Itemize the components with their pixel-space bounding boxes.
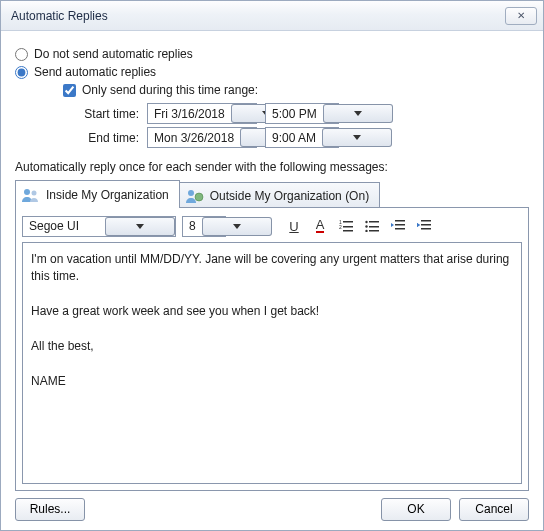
svg-point-2 — [188, 190, 194, 196]
chevron-down-icon — [105, 217, 175, 236]
bullet-list-icon — [365, 220, 379, 232]
start-time-combo[interactable]: 5:00 PM — [265, 103, 339, 124]
format-toolbar: Segoe UI 8 B I U A 1 2 — [22, 214, 522, 238]
only-send-label[interactable]: Only send during this time range: — [82, 83, 258, 97]
dialog-body: Do not send automatic replies Send autom… — [1, 31, 543, 491]
automatic-replies-dialog: Automatic Replies ✕ Do not send automati… — [0, 0, 544, 531]
indent-icon — [417, 220, 431, 232]
people-icon — [22, 187, 40, 203]
svg-point-13 — [365, 230, 367, 232]
close-icon: ✕ — [517, 10, 525, 21]
tab-panel: Segoe UI 8 B I U A 1 2 — [15, 207, 529, 491]
underline-button[interactable]: U — [284, 216, 304, 236]
end-time-value: 9:00 AM — [266, 131, 322, 145]
end-time-label: End time: — [63, 131, 147, 145]
tab-inside-label: Inside My Organization — [46, 188, 169, 202]
svg-rect-12 — [369, 226, 379, 228]
cancel-button[interactable]: Cancel — [459, 498, 529, 521]
only-send-checkbox[interactable] — [63, 84, 76, 97]
ok-label: OK — [407, 502, 424, 516]
message-editor[interactable]: I'm on vacation until MM/DD/YY. Jane wil… — [22, 242, 522, 484]
svg-rect-7 — [343, 226, 353, 228]
svg-rect-8 — [343, 230, 353, 232]
underline-icon: U — [289, 219, 298, 234]
bullet-list-button[interactable] — [362, 216, 382, 236]
start-time-value: 5:00 PM — [266, 107, 323, 121]
rules-label: Rules... — [30, 502, 71, 516]
tab-outside-label: Outside My Organization (On) — [210, 189, 369, 203]
svg-rect-10 — [369, 221, 379, 223]
chevron-down-icon — [322, 128, 392, 147]
ok-button[interactable]: OK — [381, 498, 451, 521]
tab-strip: Inside My Organization Outside My Organi… — [15, 180, 529, 208]
window-title: Automatic Replies — [11, 9, 505, 23]
tab-outside-org[interactable]: Outside My Organization (On) — [179, 182, 380, 208]
svg-rect-18 — [421, 220, 431, 222]
start-time-label: Start time: — [63, 107, 147, 121]
cancel-label: Cancel — [475, 502, 512, 516]
svg-point-1 — [32, 190, 37, 195]
end-time-combo[interactable]: 9:00 AM — [265, 127, 339, 148]
svg-point-3 — [195, 193, 203, 201]
font-name-value: Segoe UI — [23, 219, 85, 233]
font-color-button[interactable]: A — [310, 216, 330, 236]
increase-indent-button[interactable] — [414, 216, 434, 236]
titlebar: Automatic Replies ✕ — [1, 1, 543, 31]
end-date-combo[interactable]: Mon 3/26/2018 — [147, 127, 257, 148]
close-button[interactable]: ✕ — [505, 7, 537, 25]
svg-rect-20 — [421, 228, 431, 230]
time-range-group: Only send during this time range: Start … — [63, 83, 529, 148]
chevron-down-icon — [323, 104, 393, 123]
svg-point-9 — [365, 221, 367, 223]
svg-rect-17 — [395, 228, 405, 230]
decrease-indent-button[interactable] — [388, 216, 408, 236]
font-color-icon: A — [316, 219, 325, 233]
people-globe-icon — [186, 188, 204, 204]
svg-rect-15 — [395, 220, 405, 222]
dont-send-label[interactable]: Do not send automatic replies — [34, 47, 193, 61]
svg-text:2: 2 — [339, 224, 342, 230]
svg-rect-5 — [343, 221, 353, 223]
tab-inside-org[interactable]: Inside My Organization — [15, 180, 180, 208]
end-date-value: Mon 3/26/2018 — [148, 131, 240, 145]
numbered-list-icon: 1 2 — [339, 220, 353, 232]
svg-rect-16 — [395, 224, 405, 226]
svg-point-11 — [365, 225, 367, 227]
start-date-combo[interactable]: Fri 3/16/2018 — [147, 103, 257, 124]
chevron-down-icon — [202, 217, 272, 236]
svg-rect-19 — [421, 224, 431, 226]
start-date-value: Fri 3/16/2018 — [148, 107, 231, 121]
send-radio[interactable] — [15, 66, 28, 79]
dialog-footer: Rules... OK Cancel — [1, 488, 543, 530]
font-size-combo[interactable]: 8 — [182, 216, 226, 237]
send-label[interactable]: Send automatic replies — [34, 65, 156, 79]
auto-reply-description: Automatically reply once for each sender… — [15, 160, 529, 174]
numbered-list-button[interactable]: 1 2 — [336, 216, 356, 236]
svg-rect-14 — [369, 230, 379, 232]
outdent-icon — [391, 220, 405, 232]
dont-send-radio[interactable] — [15, 48, 28, 61]
font-size-value: 8 — [183, 219, 202, 233]
rules-button[interactable]: Rules... — [15, 498, 85, 521]
svg-point-0 — [24, 189, 30, 195]
font-name-combo[interactable]: Segoe UI — [22, 216, 176, 237]
